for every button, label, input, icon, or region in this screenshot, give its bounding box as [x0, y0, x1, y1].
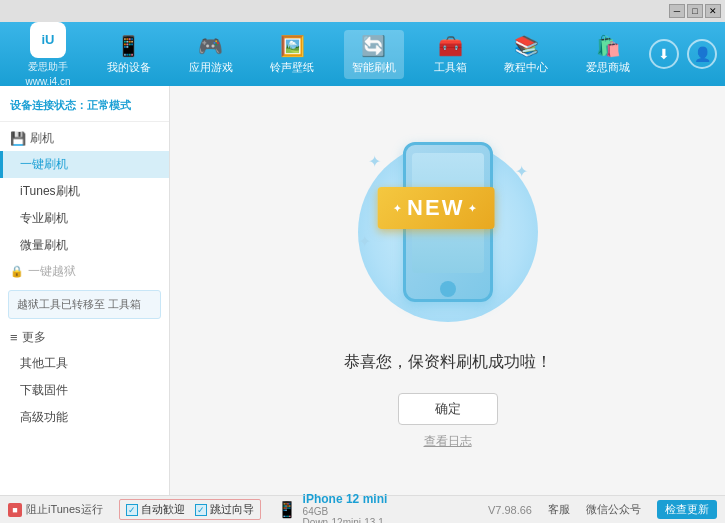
my-device-label: 我的设备 — [107, 60, 151, 75]
tutorials-label: 教程中心 — [504, 60, 548, 75]
bottom-checkboxes: ✓ 自动歓迎 ✓ 跳过向导 — [119, 499, 261, 520]
section-flash: 💾 刷机 — [0, 126, 169, 151]
section-more: ≡ 更多 — [0, 325, 169, 350]
lock-icon: 🔒 — [10, 265, 24, 278]
logo-url: www.i4.cn — [25, 76, 70, 87]
view-log-link[interactable]: 查看日志 — [424, 433, 472, 450]
user-button[interactable]: 👤 — [687, 39, 717, 69]
jailbreak-info-box: 越狱工具已转移至 工具箱 — [8, 290, 161, 319]
stop-itunes-label: 阻止iTunes运行 — [26, 502, 103, 517]
header: iU 爱思助手 www.i4.cn 📱 我的设备 🎮 应用游戏 🖼️ 铃声壁纸 … — [0, 22, 725, 86]
toolbox-label: 工具箱 — [434, 60, 467, 75]
stop-itunes-button[interactable]: ■ 阻止iTunes运行 — [8, 502, 103, 517]
sidebar-item-other-tools[interactable]: 其他工具 — [0, 350, 169, 377]
my-device-icon: 📱 — [116, 34, 141, 58]
customer-service-link[interactable]: 客服 — [548, 502, 570, 517]
auto-connect-checkbox-box: ✓ — [126, 504, 138, 516]
auto-connect-label: 自动歓迎 — [141, 502, 185, 517]
toolbox-icon: 🧰 — [438, 34, 463, 58]
main-content: 设备连接状态：正常模式 💾 刷机 一键刷机 iTunes刷机 专业刷机 微量刷机… — [0, 86, 725, 495]
sparkle-3: ✦ — [358, 232, 371, 251]
content-area: ✦ ✦ ✦ NEW 恭喜您，保资料刷机成功啦！ 确定 查看日志 — [170, 86, 725, 495]
check-update-button[interactable]: 检查更新 — [657, 500, 717, 519]
sparkle-2: ✦ — [515, 162, 528, 181]
wechat-public-link[interactable]: 微信公众号 — [586, 502, 641, 517]
skip-wizard-checkbox[interactable]: ✓ 跳过向导 — [195, 502, 254, 517]
flash-section-label: 刷机 — [30, 130, 54, 147]
phone-home-button — [440, 281, 456, 297]
close-button[interactable]: ✕ — [705, 4, 721, 18]
sidebar-item-download-firmware[interactable]: 下载固件 — [0, 377, 169, 404]
nav-bar: 📱 我的设备 🎮 应用游戏 🖼️ 铃声壁纸 🔄 智能刷机 🧰 工具箱 📚 教程中… — [88, 30, 649, 79]
nav-smart-flash[interactable]: 🔄 智能刷机 — [344, 30, 404, 79]
device-status: 设备连接状态：正常模式 — [0, 94, 169, 122]
more-section-label: 更多 — [22, 329, 46, 346]
auto-connect-checkbox[interactable]: ✓ 自动歓迎 — [126, 502, 185, 517]
bottombar: ■ 阻止iTunes运行 ✓ 自动歓迎 ✓ 跳过向导 📱 iPhone 12 m… — [0, 495, 725, 523]
ringtones-icon: 🖼️ — [280, 34, 305, 58]
nav-toolbox[interactable]: 🧰 工具箱 — [426, 30, 475, 79]
sidebar-item-pro-flash[interactable]: 专业刷机 — [0, 205, 169, 232]
device-icon: 📱 — [277, 500, 297, 519]
status-label: 设备连接状态： — [10, 99, 87, 111]
more-section-icon: ≡ — [10, 330, 18, 345]
logo: iU 爱思助手 www.i4.cn — [8, 22, 88, 87]
smart-flash-label: 智能刷机 — [352, 60, 396, 75]
logo-icon: iU — [30, 22, 66, 58]
device-info-panel: 📱 iPhone 12 mini 64GB Down-12mini-13,1 — [277, 492, 472, 524]
header-right: ⬇ 👤 — [649, 39, 717, 69]
apps-games-icon: 🎮 — [198, 34, 223, 58]
apps-games-label: 应用游戏 — [189, 60, 233, 75]
device-model: Down-12mini-13,1 — [303, 517, 388, 524]
sidebar-item-micro-flash[interactable]: 微量刷机 — [0, 232, 169, 259]
sidebar-item-advanced[interactable]: 高级功能 — [0, 404, 169, 431]
confirm-button[interactable]: 确定 — [398, 393, 498, 425]
sidebar-item-itunes-flash[interactable]: iTunes刷机 — [0, 178, 169, 205]
download-button[interactable]: ⬇ — [649, 39, 679, 69]
smart-flash-icon: 🔄 — [361, 34, 386, 58]
device-details: iPhone 12 mini 64GB Down-12mini-13,1 — [303, 492, 388, 524]
sparkle-1: ✦ — [368, 152, 381, 171]
device-name: iPhone 12 mini — [303, 492, 388, 506]
new-badge: NEW — [377, 187, 494, 229]
version-label: V7.98.66 — [488, 504, 532, 516]
nav-my-device[interactable]: 📱 我的设备 — [99, 30, 159, 79]
jailbreak-label: 一键越狱 — [28, 263, 76, 280]
jailbreak-info-text: 越狱工具已转移至 工具箱 — [17, 298, 141, 310]
success-illustration: ✦ ✦ ✦ NEW — [338, 132, 558, 332]
flash-section-icon: 💾 — [10, 131, 26, 146]
bottom-right: V7.98.66 客服 微信公众号 检查更新 — [488, 500, 717, 519]
section-jailbreak: 🔒 一键越狱 — [0, 259, 169, 284]
sidebar-item-one-click-flash[interactable]: 一键刷机 — [0, 151, 169, 178]
nav-ringtones[interactable]: 🖼️ 铃声壁纸 — [262, 30, 322, 79]
nav-apple-mall[interactable]: 🛍️ 爱思商城 — [578, 30, 638, 79]
skip-wizard-label: 跳过向导 — [210, 502, 254, 517]
nav-tutorials[interactable]: 📚 教程中心 — [496, 30, 556, 79]
apple-mall-label: 爱思商城 — [586, 60, 630, 75]
stop-icon: ■ — [8, 503, 22, 517]
ringtones-label: 铃声壁纸 — [270, 60, 314, 75]
device-storage: 64GB — [303, 506, 388, 517]
sidebar: 设备连接状态：正常模式 💾 刷机 一键刷机 iTunes刷机 专业刷机 微量刷机… — [0, 86, 170, 495]
tutorials-icon: 📚 — [514, 34, 539, 58]
maximize-button[interactable]: □ — [687, 4, 703, 18]
success-message: 恭喜您，保资料刷机成功啦！ — [344, 352, 552, 373]
skip-wizard-checkbox-box: ✓ — [195, 504, 207, 516]
nav-apps-games[interactable]: 🎮 应用游戏 — [181, 30, 241, 79]
status-value: 正常模式 — [87, 99, 131, 111]
logo-name: 爱思助手 — [28, 60, 68, 74]
minimize-button[interactable]: ─ — [669, 4, 685, 18]
titlebar: ─ □ ✕ — [0, 0, 725, 22]
apple-mall-icon: 🛍️ — [596, 34, 621, 58]
